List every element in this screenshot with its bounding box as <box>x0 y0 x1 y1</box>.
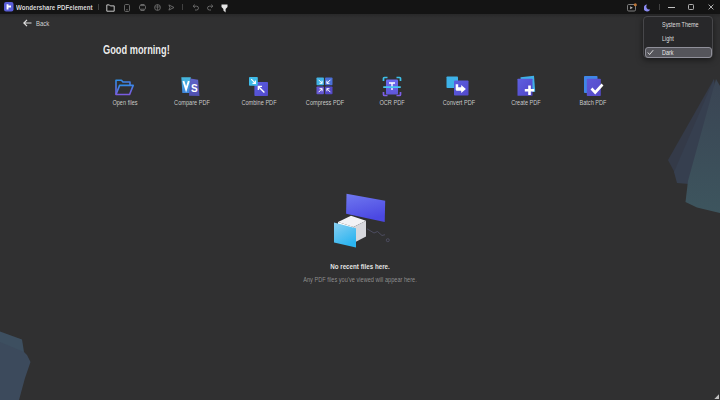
svg-text:S: S <box>191 83 198 94</box>
